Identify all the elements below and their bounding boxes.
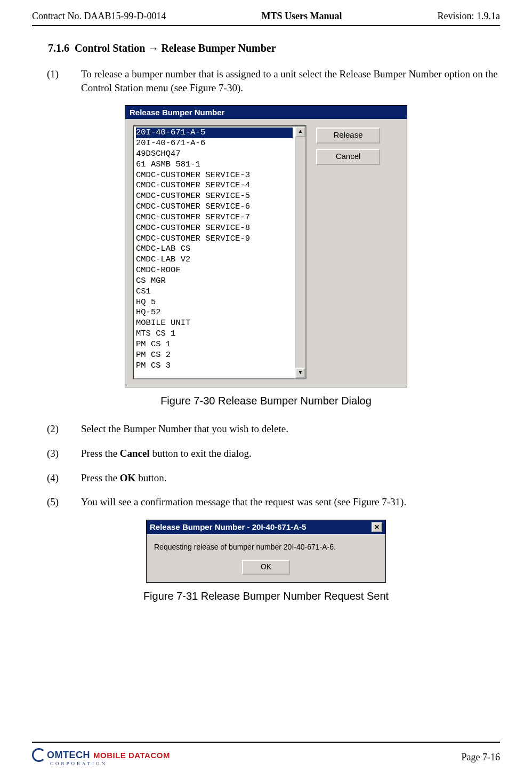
logo-text-main: OMTECH (47, 750, 90, 761)
list-item[interactable]: HQ 5 (136, 297, 293, 308)
scrollbar[interactable]: ▲ ▼ (295, 126, 305, 378)
step-4-number: (4) (64, 471, 81, 485)
step-4-pre: Press the (81, 472, 120, 483)
list-item[interactable]: 49DSCHQ47 (136, 149, 293, 160)
footer-logo: OMTECH MOBILE DATACOM CORPORATION (32, 748, 170, 766)
step-5-number: (5) (64, 495, 81, 509)
logo-text-side: MOBILE DATACOM (93, 751, 170, 760)
step-1-number: (1) (64, 67, 81, 81)
list-item[interactable]: PM CS 2 (136, 350, 293, 361)
section-number: 7.1.6 (48, 42, 69, 54)
step-4: (4)Press the OK button. (64, 471, 500, 485)
list-item[interactable]: HQ-52 (136, 307, 293, 318)
step-2-number: (2) (64, 422, 81, 436)
dialog-titlebar: Release Bumper Number (125, 106, 407, 119)
list-item[interactable]: CS MGR (136, 276, 293, 287)
list-item[interactable]: CS1 (136, 287, 293, 297)
list-item[interactable]: CMDC-LAB V2 (136, 255, 293, 265)
step-4-post: button. (135, 472, 166, 483)
page-footer: OMTECH MOBILE DATACOM CORPORATION Page 7… (32, 742, 500, 766)
arrow-icon: → (148, 42, 158, 54)
list-item[interactable]: CMDC-CUSTOMER SERVICE-7 (136, 212, 293, 223)
list-item[interactable]: CMDC-LAB CS (136, 244, 293, 255)
list-item[interactable]: MTS CS 1 (136, 329, 293, 339)
close-icon[interactable]: ✕ (372, 522, 382, 532)
step-1-text: To release a bumper number that is assig… (81, 68, 498, 93)
list-item[interactable]: PM CS 3 (136, 361, 293, 371)
cancel-button[interactable]: Cancel (316, 149, 380, 165)
list-item[interactable]: 20I-40-671-A-5 (136, 128, 293, 138)
list-item[interactable]: CMDC-CUSTOMER SERVICE-9 (136, 234, 293, 244)
step-3-post: button to exit the dialog. (150, 448, 252, 459)
list-item[interactable]: CMDC-ROOF (136, 265, 293, 276)
step-5-text: You will see a confirmation message that… (81, 496, 406, 507)
figure-7-31-caption: Figure 7-31 Release Bumper Number Reques… (32, 590, 500, 602)
header-left: Contract No. DAAB15-99-D-0014 (32, 11, 166, 22)
list-item[interactable]: 20I-40-671-A-6 (136, 138, 293, 149)
list-item[interactable]: CMDC-CUSTOMER SERVICE-4 (136, 180, 293, 191)
section-title-suffix: Release Bumper Number (161, 42, 276, 54)
ok-button[interactable]: OK (242, 560, 290, 575)
list-item[interactable]: CMDC-CUSTOMER SERVICE-6 (136, 202, 293, 212)
scroll-up-button[interactable]: ▲ (295, 126, 305, 137)
step-3: (3)Press the Cancel button to exit the d… (64, 447, 500, 460)
section-heading: 7.1.6 Control Station → Release Bumper N… (48, 42, 500, 54)
confirmation-title: Release Bumper Number - 20I-40-671-A-5 (150, 522, 306, 531)
step-3-pre: Press the (81, 448, 120, 459)
page-number: Page 7-16 (462, 752, 500, 763)
header-center: MTS Users Manual (261, 11, 342, 22)
step-3-number: (3) (64, 447, 81, 460)
logo-subtext: CORPORATION (50, 761, 170, 766)
page-header: Contract No. DAAB15-99-D-0014 MTS Users … (32, 11, 500, 22)
bumper-listbox[interactable]: 20I-40-671-A-520I-40-671-A-649DSCHQ4761 … (133, 125, 307, 379)
list-item[interactable]: MOBILE UNIT (136, 318, 293, 329)
logo-mark-icon (32, 748, 47, 762)
confirmation-dialog: Release Bumper Number - 20I-40-671-A-5 ✕… (146, 520, 386, 583)
list-item[interactable]: PM CS 1 (136, 339, 293, 350)
step-2-text: Select the Bumper Number that you wish t… (81, 423, 288, 434)
release-bumper-dialog: Release Bumper Number 20I-40-671-A-520I-… (125, 105, 407, 387)
section-title-prefix: Control Station (75, 42, 145, 54)
list-item[interactable]: CMDC-CUSTOMER SERVICE-5 (136, 191, 293, 202)
figure-7-30-caption: Figure 7-30 Release Bumper Number Dialog (32, 395, 500, 407)
step-3-bold: Cancel (120, 448, 150, 459)
scroll-track[interactable] (295, 137, 305, 368)
list-item[interactable]: 61 ASMB 581-1 (136, 160, 293, 170)
footer-rule (32, 742, 500, 743)
list-item[interactable]: CMDC-CUSTOMER SERVICE-3 (136, 170, 293, 181)
confirmation-titlebar: Release Bumper Number - 20I-40-671-A-5 ✕ (147, 520, 385, 534)
step-1: (1)To release a bumper number that is as… (64, 67, 500, 94)
release-button[interactable]: Release (316, 128, 380, 144)
step-4-bold: OK (120, 472, 136, 483)
header-right: Revision: 1.9.1a (437, 11, 500, 22)
step-2: (2)Select the Bumper Number that you wis… (64, 422, 500, 436)
list-item[interactable]: CMDC-CUSTOMER SERVICE-8 (136, 223, 293, 234)
scroll-down-button[interactable]: ▼ (295, 368, 305, 378)
confirmation-message: Requesting release of bumper number 20I-… (154, 543, 378, 551)
header-rule (32, 25, 500, 26)
step-5: (5)You will see a confirmation message t… (64, 495, 500, 509)
